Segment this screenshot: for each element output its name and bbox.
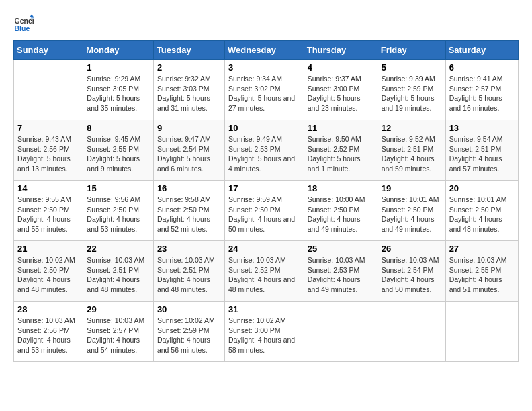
day-number: 5 <box>382 62 442 73</box>
day-number: 7 <box>17 123 79 133</box>
day-sunset: Sunset: 2:53 PM <box>308 266 360 274</box>
day-sunset: Sunset: 3:00 PM <box>228 326 281 334</box>
day-daylight: Daylight: 5 hours and 31 minutes. <box>157 94 210 112</box>
day-cell: 7 Sunrise: 9:43 AM Sunset: 2:56 PM Dayli… <box>14 120 83 181</box>
day-cell: 12 Sunrise: 9:52 AM Sunset: 2:51 PM Dayl… <box>378 120 445 181</box>
col-header-tuesday: Tuesday <box>153 41 224 60</box>
day-number: 24 <box>228 244 300 254</box>
day-sunrise: Sunrise: 10:01 AM <box>382 195 439 203</box>
day-sunrise: Sunrise: 10:01 AM <box>449 195 507 203</box>
day-cell: 22 Sunrise: 10:03 AM Sunset: 2:51 PM Day… <box>83 241 154 302</box>
day-daylight: Daylight: 4 hours and 50 minutes. <box>228 215 295 233</box>
day-daylight: Daylight: 4 hours and 59 minutes. <box>382 154 435 173</box>
day-cell: 30 Sunrise: 10:02 AM Sunset: 2:59 PM Day… <box>153 302 224 362</box>
day-sunrise: Sunrise: 10:03 AM <box>87 316 144 324</box>
day-number: 22 <box>87 244 150 254</box>
day-number: 16 <box>157 183 221 193</box>
day-cell: 6 Sunrise: 9:41 AM Sunset: 2:57 PM Dayli… <box>445 60 518 120</box>
day-sunset: Sunset: 2:56 PM <box>17 326 70 334</box>
day-sunrise: Sunrise: 9:34 AM <box>228 75 282 83</box>
col-header-monday: Monday <box>83 41 154 60</box>
day-sunrise: Sunrise: 9:55 AM <box>17 195 71 203</box>
day-sunset: Sunset: 2:57 PM <box>87 326 139 334</box>
day-sunrise: Sunrise: 9:49 AM <box>228 135 282 143</box>
day-cell: 3 Sunrise: 9:34 AM Sunset: 3:02 PM Dayli… <box>224 60 304 120</box>
day-daylight: Daylight: 4 hours and 54 minutes. <box>87 336 140 354</box>
day-cell: 20 Sunrise: 10:01 AM Sunset: 2:50 PM Day… <box>445 181 518 241</box>
day-daylight: Daylight: 4 hours and 52 minutes. <box>157 215 210 233</box>
day-number: 4 <box>308 62 374 73</box>
day-cell: 9 Sunrise: 9:47 AM Sunset: 2:54 PM Dayli… <box>153 120 224 181</box>
day-daylight: Daylight: 4 hours and 49 minutes. <box>382 215 435 233</box>
day-cell: 5 Sunrise: 9:39 AM Sunset: 2:59 PM Dayli… <box>378 60 445 120</box>
day-sunset: Sunset: 2:50 PM <box>382 205 434 214</box>
day-number: 13 <box>449 123 515 133</box>
day-daylight: Daylight: 4 hours and 49 minutes. <box>308 215 361 233</box>
day-sunrise: Sunrise: 9:56 AM <box>87 195 140 203</box>
day-sunrise: Sunrise: 9:32 AM <box>157 75 211 83</box>
day-number: 21 <box>17 244 79 254</box>
day-sunrise: Sunrise: 10:02 AM <box>17 256 75 264</box>
day-number: 15 <box>87 183 150 193</box>
day-daylight: Daylight: 5 hours and 6 minutes. <box>157 154 210 173</box>
day-cell <box>445 302 518 362</box>
day-cell: 17 Sunrise: 9:59 AM Sunset: 2:50 PM Dayl… <box>224 181 304 241</box>
day-sunset: Sunset: 3:05 PM <box>87 85 139 93</box>
day-sunrise: Sunrise: 9:39 AM <box>382 75 435 83</box>
day-cell: 13 Sunrise: 9:54 AM Sunset: 2:51 PM Dayl… <box>445 120 518 181</box>
day-daylight: Daylight: 4 hours and 53 minutes. <box>87 215 140 233</box>
day-cell: 25 Sunrise: 10:03 AM Sunset: 2:53 PM Day… <box>304 241 378 302</box>
day-daylight: Daylight: 5 hours and 19 minutes. <box>382 94 435 112</box>
day-cell: 14 Sunrise: 9:55 AM Sunset: 2:50 PM Dayl… <box>14 181 83 241</box>
day-sunrise: Sunrise: 9:45 AM <box>87 135 140 143</box>
day-sunrise: Sunrise: 10:03 AM <box>157 256 215 264</box>
week-row-3: 21 Sunrise: 10:02 AM Sunset: 2:50 PM Day… <box>14 241 519 302</box>
day-number: 27 <box>449 244 515 254</box>
day-cell <box>304 302 378 362</box>
day-sunrise: Sunrise: 9:29 AM <box>87 75 140 83</box>
day-sunrise: Sunrise: 10:03 AM <box>87 256 144 264</box>
day-number: 29 <box>87 304 150 314</box>
day-number: 26 <box>382 244 442 254</box>
day-number: 12 <box>382 123 442 133</box>
day-cell: 24 Sunrise: 10:03 AM Sunset: 2:52 PM Day… <box>224 241 304 302</box>
day-sunset: Sunset: 2:55 PM <box>87 145 139 153</box>
day-sunrise: Sunrise: 10:00 AM <box>308 195 365 203</box>
day-cell: 4 Sunrise: 9:37 AM Sunset: 3:00 PM Dayli… <box>304 60 378 120</box>
day-daylight: Daylight: 5 hours and 27 minutes. <box>228 94 295 112</box>
day-sunset: Sunset: 2:51 PM <box>87 266 139 274</box>
day-sunrise: Sunrise: 9:43 AM <box>17 135 71 143</box>
day-number: 28 <box>17 304 79 314</box>
day-number: 20 <box>449 183 515 193</box>
day-sunrise: Sunrise: 9:50 AM <box>308 135 361 143</box>
col-header-friday: Friday <box>378 41 445 60</box>
day-sunset: Sunset: 2:50 PM <box>228 205 281 214</box>
day-daylight: Daylight: 4 hours and 55 minutes. <box>17 215 71 233</box>
day-cell: 11 Sunrise: 9:50 AM Sunset: 2:52 PM Dayl… <box>304 120 378 181</box>
day-sunrise: Sunrise: 9:47 AM <box>157 135 211 143</box>
day-daylight: Daylight: 4 hours and 56 minutes. <box>157 336 210 354</box>
day-number: 9 <box>157 123 221 133</box>
day-cell: 1 Sunrise: 9:29 AM Sunset: 3:05 PM Dayli… <box>83 60 154 120</box>
day-daylight: Daylight: 4 hours and 48 minutes. <box>157 275 210 293</box>
day-daylight: Daylight: 4 hours and 50 minutes. <box>382 275 435 293</box>
day-sunrise: Sunrise: 9:59 AM <box>228 195 282 203</box>
day-daylight: Daylight: 5 hours and 16 minutes. <box>449 94 502 112</box>
day-cell: 23 Sunrise: 10:03 AM Sunset: 2:51 PM Day… <box>153 241 224 302</box>
day-sunset: Sunset: 3:03 PM <box>157 85 210 93</box>
day-sunset: Sunset: 2:59 PM <box>382 85 434 93</box>
day-number: 14 <box>17 183 79 193</box>
day-sunrise: Sunrise: 10:02 AM <box>157 316 215 324</box>
day-number: 6 <box>449 62 515 73</box>
day-sunrise: Sunrise: 9:58 AM <box>157 195 211 203</box>
day-sunset: Sunset: 2:50 PM <box>17 266 70 274</box>
day-sunset: Sunset: 2:52 PM <box>228 266 281 274</box>
day-daylight: Daylight: 4 hours and 58 minutes. <box>228 336 295 354</box>
day-daylight: Daylight: 4 hours and 53 minutes. <box>17 336 71 354</box>
day-sunset: Sunset: 2:51 PM <box>449 145 502 153</box>
day-daylight: Daylight: 4 hours and 48 minutes. <box>17 275 71 293</box>
day-cell: 26 Sunrise: 10:03 AM Sunset: 2:54 PM Day… <box>378 241 445 302</box>
week-row-0: 1 Sunrise: 9:29 AM Sunset: 3:05 PM Dayli… <box>14 60 519 120</box>
col-header-sunday: Sunday <box>14 41 83 60</box>
calendar-table: SundayMondayTuesdayWednesdayThursdayFrid… <box>13 40 519 362</box>
